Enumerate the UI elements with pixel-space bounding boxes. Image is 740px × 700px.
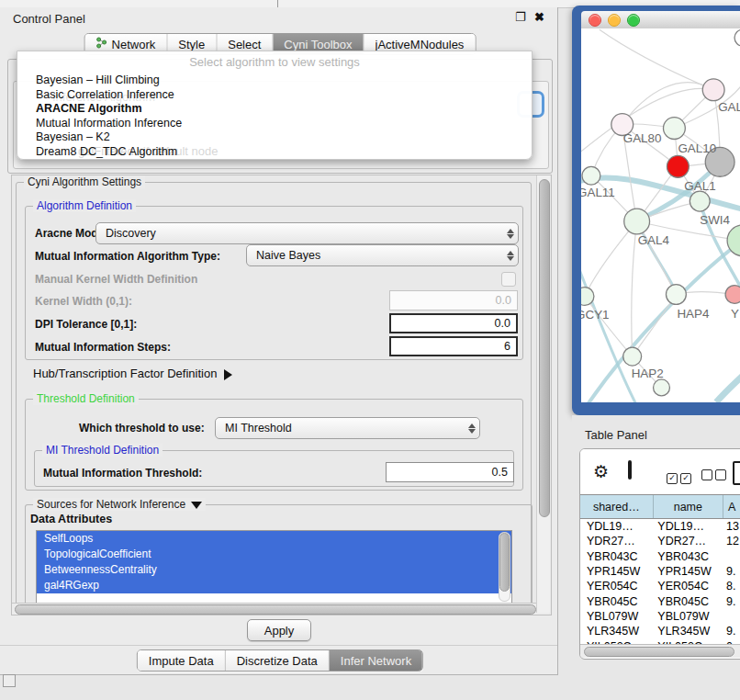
cell[interactable]: YBR043C xyxy=(580,550,651,563)
tab-label: Select xyxy=(228,38,261,51)
deselect-all-checkboxes-icon[interactable] xyxy=(701,468,729,484)
network-node-hap2[interactable] xyxy=(623,347,642,366)
bottom-tab-infer-network[interactable]: Infer Network xyxy=(330,650,422,671)
settings-vscroll-thumb[interactable] xyxy=(539,179,550,517)
list-scrollbar[interactable] xyxy=(499,532,510,602)
cell[interactable]: 9. xyxy=(720,595,740,608)
settings-hscroll-thumb[interactable] xyxy=(15,604,536,615)
cell[interactable]: YLR345W xyxy=(580,625,651,638)
table-row[interactable]: YDL19…YDL19…13 xyxy=(580,519,740,534)
attribute-item-selfloops[interactable]: SelfLoops xyxy=(37,531,511,547)
gear-icon[interactable]: ⚙ xyxy=(593,463,609,480)
network-node-y[interactable] xyxy=(725,286,740,304)
network-node-label: HAP2 xyxy=(632,367,664,380)
network-window-titlebar[interactable] xyxy=(581,11,740,29)
bottom-tab-discretize-data[interactable]: Discretize Data xyxy=(226,650,330,671)
close-panel-icon[interactable]: ✖ xyxy=(534,11,544,23)
minimize-traffic-light-icon[interactable] xyxy=(608,14,621,27)
divider xyxy=(0,645,557,646)
table-row[interactable]: YPR145WYPR145W9. xyxy=(580,564,740,579)
cell[interactable]: YBR045C xyxy=(651,595,720,608)
select-all-checkboxes-icon[interactable]: ✓✓ xyxy=(667,468,694,484)
divider-handle[interactable] xyxy=(277,0,278,7)
hub-definition-label: Hub/Transcription Factor Definition xyxy=(33,367,217,380)
cell[interactable]: 9. xyxy=(720,565,740,578)
which-threshold-combo[interactable]: MI Threshold xyxy=(215,417,480,439)
mi-threshold-field[interactable]: 0.5 xyxy=(386,462,514,482)
network-node-swi4[interactable] xyxy=(690,191,710,211)
zoom-traffic-light-icon[interactable] xyxy=(627,14,640,27)
table-row[interactable]: YBR043CYBR043C xyxy=(580,549,740,564)
settings-hscroll-track[interactable] xyxy=(12,603,549,615)
algorithm-option-bayesian-hill-climbing[interactable]: Bayesian – Hill Climbing xyxy=(17,73,532,88)
cell[interactable]: YDR27… xyxy=(651,535,720,548)
cell[interactable]: YDL19… xyxy=(651,520,720,533)
algorithm-option-basic-correlation-inference[interactable]: Basic Correlation Inference xyxy=(17,88,532,103)
new-table-icon[interactable] xyxy=(733,461,740,485)
cell[interactable]: 9. xyxy=(720,625,740,638)
float-panel-icon[interactable]: ❐ xyxy=(515,11,526,23)
hub-definition-toggle[interactable]: Hub/Transcription Factor Definition xyxy=(33,367,232,380)
column-header-a[interactable]: A xyxy=(723,495,740,518)
cell[interactable]: YPR145W xyxy=(580,565,651,578)
network-node-gal11[interactable] xyxy=(582,166,600,185)
network-node-hap4[interactable] xyxy=(666,285,686,305)
tab-label: Network xyxy=(112,38,156,51)
algorithm-option-aracne-algorithm[interactable]: ARACNE Algorithm xyxy=(17,102,532,117)
algorithm-option-bayesian-k2[interactable]: Bayesian – K2 xyxy=(17,130,532,145)
algorithm-option-mutual-information-inference[interactable]: Mutual Information Inference xyxy=(17,117,532,131)
column-header-shared[interactable]: shared… xyxy=(580,495,654,518)
network-node-gal4[interactable] xyxy=(624,209,650,234)
table-row[interactable]: YLR345WYLR345W9. xyxy=(580,624,740,638)
cell[interactable]: YBL079W xyxy=(651,610,720,623)
network-node-gcy1[interactable] xyxy=(581,288,594,306)
attribute-item-gal4rgexp[interactable]: gal4RGexp xyxy=(37,578,511,593)
list-scrollbar-thumb[interactable] xyxy=(499,533,510,592)
mi-type-combo[interactable]: Naive Bayes xyxy=(246,244,519,266)
table-row[interactable]: YBR045CYBR045C9. xyxy=(580,593,740,608)
close-traffic-light-icon[interactable] xyxy=(589,14,601,27)
kernel-width-field[interactable]: 0.0 xyxy=(389,290,518,310)
cell[interactable]: YDL19… xyxy=(580,520,651,533)
column-header-name[interactable]: name xyxy=(654,495,724,518)
network-canvas[interactable]: GALGAL80GAL10GAL1GAL11SWI4GAL4GCY1HAP4YH… xyxy=(581,28,740,402)
aracne-mode-combo[interactable]: Discovery xyxy=(95,222,519,244)
table-row[interactable]: YDR27…YDR27…12 xyxy=(580,534,740,548)
columns-icon[interactable] xyxy=(628,460,632,480)
cell[interactable]: YLR345W xyxy=(651,625,720,638)
table-row[interactable]: YBL079WYBL079W xyxy=(580,609,740,624)
mi-steps-field[interactable]: 6 xyxy=(389,336,518,356)
cell[interactable]: YBR043C xyxy=(651,550,720,563)
cell[interactable]: 13 xyxy=(720,520,740,533)
network-node-label: Y xyxy=(731,307,739,321)
cell[interactable]: YBL079W xyxy=(580,610,651,623)
network-node-gal10[interactable] xyxy=(663,118,685,140)
network-node[interactable] xyxy=(734,29,740,46)
cell[interactable]: YPR145W xyxy=(651,565,720,578)
detached-panel-icon[interactable] xyxy=(3,674,16,687)
cell[interactable]: 8. xyxy=(720,580,740,593)
table-panel-title: Table Panel xyxy=(585,428,647,442)
cell[interactable]: YER054C xyxy=(580,580,651,593)
attribute-item-betweennesscentrality[interactable]: BetweennessCentrality xyxy=(37,562,511,578)
algorithm-option-dream8-dc-tdc-algorithm[interactable]: Dream8 DC_TDC Algorithm xyxy=(17,145,532,160)
dpi-tolerance-field[interactable]: 0.0 xyxy=(389,313,518,333)
table-hscroll-thumb[interactable] xyxy=(584,647,734,657)
mi-type-value: Naive Bayes xyxy=(247,249,503,262)
network-node-label: GCY1 xyxy=(581,308,610,322)
table-hscroll-track[interactable] xyxy=(580,644,740,658)
settings-vscroll-track[interactable] xyxy=(536,175,550,613)
cell[interactable]: YDR27… xyxy=(580,535,651,548)
mi-type-label: Mutual Information Algorithm Type: xyxy=(35,250,220,263)
network-node-gal[interactable] xyxy=(702,79,724,101)
bottom-tab-impute-data[interactable]: Impute Data xyxy=(138,650,226,671)
attribute-item-topologicalcoefficient[interactable]: TopologicalCoefficient xyxy=(37,547,511,562)
apply-button[interactable]: Apply xyxy=(247,619,311,641)
cell[interactable]: YER054C xyxy=(651,580,720,593)
manual-kernel-checkbox[interactable] xyxy=(501,272,516,287)
cell[interactable]: YBR045C xyxy=(580,595,651,608)
cell[interactable]: 12 xyxy=(720,535,740,548)
network-node[interactable] xyxy=(654,379,670,396)
network-node-gal1[interactable] xyxy=(667,155,689,177)
table-row[interactable]: YER054CYER054C8. xyxy=(580,579,740,593)
